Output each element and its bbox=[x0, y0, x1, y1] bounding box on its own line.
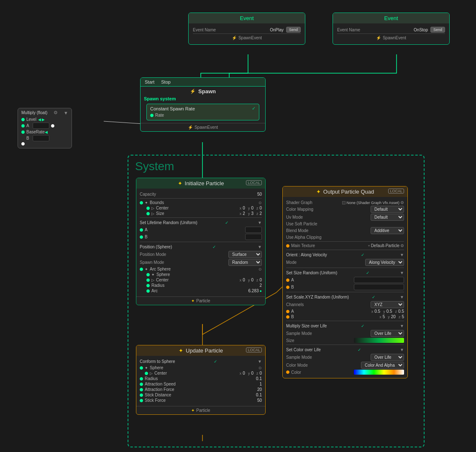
sample-mode-label: Sample Mode bbox=[286, 331, 371, 336]
attraction-speed-label: Attraction Speed bbox=[145, 382, 176, 386]
position-block: Position (Sphere) bbox=[140, 245, 172, 249]
stop-label: Stop bbox=[161, 79, 171, 84]
multiply-node: Multiply (float) ⚙ ▼ Level ◀ ▶ A 1 BaseR… bbox=[18, 108, 72, 148]
multiply-title: Multiply (float) bbox=[21, 110, 47, 115]
init-badge: LOCAL bbox=[246, 180, 262, 185]
color-sample-mode-label: Sample Mode bbox=[286, 355, 371, 360]
uradius-label: Radius bbox=[145, 376, 158, 381]
stick-force-label: Stick Force bbox=[145, 398, 166, 403]
size-gradient-bar bbox=[354, 338, 404, 343]
start-label: Start bbox=[145, 79, 154, 84]
output-badge: LOCAL bbox=[388, 189, 404, 194]
b-input[interactable]: 2 bbox=[33, 135, 49, 141]
arc-label: Arc bbox=[151, 289, 158, 293]
center2-label: Center bbox=[156, 278, 169, 282]
mode-dropdown[interactable]: Along Velocity bbox=[365, 259, 404, 266]
cy: 0 bbox=[251, 206, 253, 210]
channels-label: Channels bbox=[286, 302, 371, 307]
la-input[interactable]: 1 bbox=[245, 227, 262, 233]
spawn-title: Spawn bbox=[198, 88, 216, 94]
event-name-value-2: OnStop bbox=[414, 28, 428, 32]
c2x: 0 bbox=[243, 278, 245, 282]
capacity-value: 50 bbox=[257, 192, 262, 197]
spawn-node: Start Stop ⚡ Spawn Spawn system Constant… bbox=[140, 77, 266, 132]
sample-mode-dropdown[interactable]: Over Life bbox=[371, 330, 404, 337]
sx: 2 bbox=[243, 211, 245, 216]
main-texture-val: Default-Particle bbox=[371, 243, 399, 248]
set-color-label: Set Color over Life bbox=[286, 347, 321, 352]
blend-mode-dropdown[interactable]: Additive bbox=[371, 227, 404, 234]
attraction-force-val: 20 bbox=[257, 387, 262, 392]
update-header: ✦ Update Particle LOCAL bbox=[136, 345, 265, 356]
center-label: Center bbox=[156, 206, 169, 210]
send-button-2[interactable]: Send bbox=[430, 27, 445, 33]
uv-mode-dropdown[interactable]: Default bbox=[371, 214, 404, 221]
color-label: Color bbox=[291, 370, 354, 375]
spawn-event-1: SpawnEvent bbox=[238, 36, 262, 40]
color-sample-dropdown[interactable]: Over Life bbox=[371, 354, 404, 361]
attraction-force-label: Attraction Force bbox=[145, 387, 174, 392]
lb-label: B bbox=[145, 235, 148, 239]
init-header: ✦ Initialize Particle LOCAL bbox=[136, 178, 265, 189]
spawn-event-spawn: SpawnEvent bbox=[194, 125, 218, 130]
send-button-1[interactable]: Send bbox=[286, 27, 301, 33]
output-header: ✦ Output Particle Quad LOCAL bbox=[283, 186, 407, 197]
spawn-mode-label: Spawn Mode bbox=[140, 260, 228, 265]
c2z: 0 bbox=[259, 278, 262, 282]
b-label: B bbox=[26, 136, 29, 140]
capacity-label: Capacity bbox=[140, 192, 256, 197]
rate-label: Rate bbox=[155, 113, 164, 117]
color-mapping-dropdown[interactable]: Default bbox=[371, 206, 404, 213]
chevron-icon[interactable]: ▼ bbox=[64, 110, 68, 115]
cx: 0 bbox=[243, 206, 245, 210]
la-label: A bbox=[145, 227, 148, 232]
sa-input[interactable]: 0.1 bbox=[354, 277, 404, 283]
color-gradient-bar bbox=[354, 370, 404, 375]
size-label-out: Size bbox=[286, 338, 354, 343]
lifetime-block: Set Lifetime Random (Uniform) bbox=[140, 220, 197, 225]
constant-spawn-rate: Constant Spawn Rate bbox=[150, 106, 195, 111]
settings-icon[interactable]: ⚙ bbox=[54, 110, 58, 115]
use-alpha-clipping: Use Alpha Clipping bbox=[286, 235, 404, 240]
attraction-speed-val: 1 bbox=[259, 382, 262, 386]
size-label: Size bbox=[156, 211, 164, 216]
sb-input[interactable]: 0.3 bbox=[354, 284, 404, 290]
position-mode-dropdown[interactable]: Surface bbox=[228, 251, 262, 258]
event-node-1-header: Event bbox=[189, 13, 305, 23]
sz: 2 bbox=[259, 211, 262, 216]
init-title: Initialize Particle bbox=[185, 180, 224, 186]
position-mode-label: Position Mode bbox=[140, 252, 228, 257]
usphere-label: Sphere bbox=[150, 365, 163, 370]
spawn-mode-dropdown[interactable]: Random bbox=[228, 259, 262, 266]
event-name-label-1: Event Name bbox=[193, 28, 268, 32]
shader-graph-val: None (Shader Graph Vfx Asset) bbox=[346, 201, 399, 205]
conform-label: Conform to Sphere bbox=[140, 359, 175, 364]
shader-settings-icon[interactable]: ⚙ bbox=[400, 200, 404, 205]
bounds-label: Bounds bbox=[150, 200, 164, 205]
color-mode-dropdown[interactable]: Color And Alpha bbox=[361, 362, 404, 369]
event-node-1: Event Event Name OnPlay Send ⚡ SpawnEven… bbox=[188, 13, 305, 45]
a-input[interactable]: 1 bbox=[33, 123, 49, 129]
lb-input[interactable]: 3 bbox=[245, 234, 262, 240]
stick-force-val: 50 bbox=[257, 398, 262, 403]
event-title-1: Event bbox=[240, 15, 253, 21]
level-label: Level bbox=[26, 117, 36, 122]
radius-label: Radius bbox=[151, 283, 164, 288]
c2y: 0 bbox=[251, 278, 253, 282]
particle-label-update: Particle bbox=[196, 408, 210, 413]
texture-settings[interactable]: ⚙ bbox=[400, 243, 404, 248]
stick-distance-val: 0.1 bbox=[256, 393, 262, 397]
set-size-label: Set Size Random (Uniform) bbox=[286, 271, 337, 275]
uv-mode-label: Uv Mode bbox=[286, 215, 371, 220]
blend-mode-label: Blend Mode bbox=[286, 228, 371, 233]
event-name-label-2: Event Name bbox=[337, 28, 412, 32]
use-soft-particle: Use Soft Particle bbox=[286, 222, 404, 226]
system-label: System bbox=[135, 160, 174, 173]
shader-graph-label: Shader Graph bbox=[286, 200, 342, 205]
color-mode-label: Color Mode bbox=[286, 363, 361, 368]
update-badge: LOCAL bbox=[246, 347, 262, 352]
channels-dropdown[interactable]: XYZ bbox=[371, 301, 404, 308]
output-particle-node: ✦ Output Particle Quad LOCAL Shader Grap… bbox=[282, 186, 408, 378]
event-node-2: Event Event Name OnStop Send ⚡ SpawnEven… bbox=[333, 13, 450, 45]
sy: 3 bbox=[251, 211, 253, 216]
